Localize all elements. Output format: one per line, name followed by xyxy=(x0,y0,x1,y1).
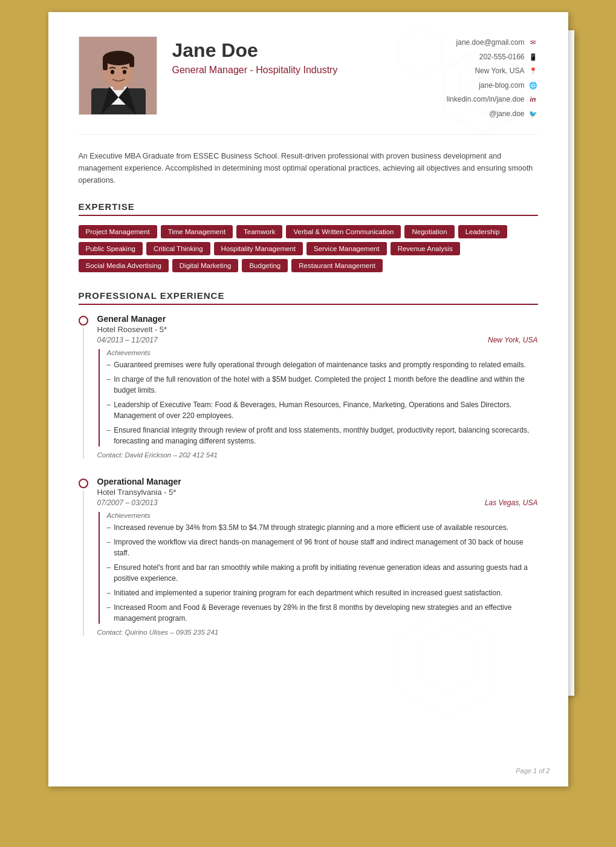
experience-section: PROFESSIONAL EXPERIENCE General Manager … xyxy=(79,290,538,636)
contact-phone: 202-555-0166 📱 xyxy=(447,51,538,64)
svg-marker-5 xyxy=(417,627,478,693)
svg-rect-15 xyxy=(129,58,134,67)
twitter-icon: 🐦 xyxy=(528,110,538,119)
skill-time-management: Time Management xyxy=(161,225,233,238)
website-text: jane-blog.com xyxy=(479,79,524,93)
job1-dot xyxy=(79,316,88,325)
job1-achievement-4: – Ensured financial integrity through re… xyxy=(107,425,538,446)
skill-digital-marketing: Digital Marketing xyxy=(172,259,239,272)
phone-icon: 📱 xyxy=(528,52,538,62)
twitter-text: @jane.doe xyxy=(489,108,524,121)
contact-twitter: @jane.doe 🐦 xyxy=(447,108,538,121)
job1-company: Hotel Roosevelt - 5* xyxy=(97,325,538,334)
summary-section: An Executive MBA Graduate from ESSEC Bus… xyxy=(79,150,538,186)
job1-achievements: Achievements – Guaranteed premises were … xyxy=(99,349,538,446)
skill-leadership: Leadership xyxy=(458,225,507,238)
job1-title: General Manager xyxy=(97,314,538,324)
skill-public-speaking: Public Speaking xyxy=(79,242,143,255)
contact-website: jane-blog.com 🌐 xyxy=(447,79,538,93)
dash-icon: – xyxy=(107,602,111,624)
resume-header: Jane Doe General Manager - Hospitality I… xyxy=(79,36,538,135)
skill-hospitality-management: Hospitality Management xyxy=(214,242,303,255)
dash-icon: – xyxy=(107,537,111,558)
job1-achievement-4-text: Ensured financial integrity through revi… xyxy=(114,425,537,446)
experience-header: PROFESSIONAL EXPERIENCE xyxy=(79,290,538,305)
job1-achievement-2: – In charge of the full renovation of th… xyxy=(107,374,538,396)
job1-content: General Manager Hotel Roosevelt - 5* 04/… xyxy=(97,314,538,459)
candidate-name: Jane Doe xyxy=(172,39,435,62)
job2-achievements-label: Achievements xyxy=(107,512,538,519)
phone-text: 202-555-0166 xyxy=(479,51,525,64)
job2-achievement-1: – Increased revenue by 34% from $3.5M to… xyxy=(107,522,538,533)
contact-linkedin: linkedin.com/in/jane.doe in xyxy=(447,93,538,106)
job-item-1: General Manager Hotel Roosevelt - 5* 04/… xyxy=(79,314,538,459)
job-item-2: Operational Manager Hotel Transylvania -… xyxy=(79,477,538,636)
job2-achievement-5: – Increased Room and Food & Beverage rev… xyxy=(107,602,538,624)
job2-dates: 07/2007 – 03/2013 xyxy=(97,499,158,507)
job2-location: Las Vegas, USA xyxy=(485,499,538,507)
dash-icon: – xyxy=(107,587,111,598)
skill-service-management: Service Management xyxy=(306,242,387,255)
contact-info: jane.doe@gmail.com ✉ 202-555-0166 📱 New … xyxy=(447,36,538,122)
contact-email: jane.doe@gmail.com ✉ xyxy=(447,36,538,50)
job2-achievement-4: – Initiated and implemented a superior t… xyxy=(107,587,538,598)
page1: Jane Doe General Manager - Hospitality I… xyxy=(48,12,568,786)
svg-rect-14 xyxy=(103,58,108,70)
dash-icon: – xyxy=(107,522,111,533)
candidate-title: General Manager - Hospitality Industry xyxy=(172,65,435,76)
dash-icon: – xyxy=(107,359,111,370)
contact-location: New York, USA 📍 xyxy=(447,65,538,78)
dash-icon: – xyxy=(107,562,111,584)
linkedin-text: linkedin.com/in/jane.doe xyxy=(447,93,525,106)
job2-content: Operational Manager Hotel Transylvania -… xyxy=(97,477,538,636)
expertise-section: EXPERTISE Project Management Time Manage… xyxy=(79,201,538,272)
job2-achievement-3: – Ensured hotel's front and bar ran smoo… xyxy=(107,562,538,584)
job1-achievement-3-text: Leadership of Executive Team: Food & Bev… xyxy=(114,399,537,421)
job1-line xyxy=(83,328,84,459)
avatar xyxy=(79,36,157,115)
name-title-block: Jane Doe General Manager - Hospitality I… xyxy=(172,36,435,76)
skill-restaurant-management: Restaurant Management xyxy=(291,259,383,272)
job1-achievement-1: – Guaranteed premises were fully operati… xyxy=(107,359,538,370)
skill-social-media: Social Media Advertising xyxy=(79,259,169,272)
linkedin-icon: in xyxy=(528,95,538,105)
job2-company: Hotel Transylvania - 5* xyxy=(97,488,538,497)
job2-contact: Contact: Quirino Ulises – 0935 235 241 xyxy=(97,629,538,636)
job1-achievement-3: – Leadership of Executive Team: Food & B… xyxy=(107,399,538,421)
summary-text: An Executive MBA Graduate from ESSEC Bus… xyxy=(79,150,538,186)
dash-icon: – xyxy=(107,374,111,396)
job2-achievements: Achievements – Increased revenue by 34% … xyxy=(99,512,538,624)
skill-budgeting: Budgeting xyxy=(242,259,288,272)
job2-achievement-2-text: Improved the workflow via direct hands-o… xyxy=(114,537,537,558)
job1-dates: 04/2013 – 11/2017 xyxy=(97,336,158,344)
location-icon: 📍 xyxy=(528,67,538,76)
expertise-header: EXPERTISE xyxy=(79,201,538,216)
job2-title: Operational Manager xyxy=(97,477,538,486)
skill-teamwork: Teamwork xyxy=(236,225,282,238)
email-text: jane.doe@gmail.com xyxy=(456,36,525,50)
job1-achievement-1-text: Guaranteed premises were fully operation… xyxy=(114,359,526,370)
page1-indicator: Page 1 of 2 xyxy=(516,767,550,774)
job2-achievement-3-text: Ensured hotel's front and bar ran smooth… xyxy=(114,562,537,584)
job1-meta: 04/2013 – 11/2017 New York, USA xyxy=(97,336,538,344)
job1-contact: Contact: David Erickson – 202 412 541 xyxy=(97,451,538,459)
skill-negotiation: Negotiation xyxy=(404,225,454,238)
job1-dot-line xyxy=(79,314,88,459)
location-text: New York, USA xyxy=(475,65,524,78)
skill-revenue-analysis: Revenue Analysis xyxy=(391,242,460,255)
job2-achievement-1-text: Increased revenue by 34% from $3.5M to $… xyxy=(114,522,508,533)
job1-achievement-2-text: In charge of the full renovation of the … xyxy=(114,374,537,396)
skill-verbal-communication: Verbal & Written Communication xyxy=(286,225,401,238)
job2-achievement-4-text: Initiated and implemented a superior tra… xyxy=(114,587,502,598)
job2-achievement-2: – Improved the workflow via direct hands… xyxy=(107,537,538,558)
skills-tags-container: Project Management Time Management Teamw… xyxy=(79,225,538,272)
page-stack: P R E C L P P C G R P C xyxy=(48,12,568,786)
svg-point-17 xyxy=(123,70,126,74)
skill-critical-thinking: Critical Thinking xyxy=(146,242,210,255)
job2-dot-line xyxy=(79,477,88,636)
job2-meta: 07/2007 – 03/2013 Las Vegas, USA xyxy=(97,499,538,507)
website-icon: 🌐 xyxy=(528,81,538,91)
email-icon: ✉ xyxy=(528,38,538,48)
dash-icon: – xyxy=(107,399,111,421)
job2-line xyxy=(83,491,84,636)
